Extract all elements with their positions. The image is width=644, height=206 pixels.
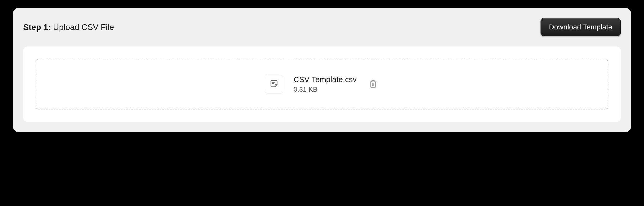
trash-icon — [369, 80, 377, 89]
file-dropzone[interactable]: CSV Template.csv 0.31 KB — [36, 59, 608, 109]
upload-card: Step 1: Upload CSV File Download Templat… — [13, 8, 631, 132]
upload-area: CSV Template.csv 0.31 KB — [23, 46, 621, 122]
step-number: Step 1: — [23, 22, 51, 32]
file-note-icon — [270, 80, 278, 89]
uploaded-file-row: CSV Template.csv 0.31 KB — [265, 75, 380, 93]
file-name: CSV Template.csv — [294, 75, 357, 84]
card-header: Step 1: Upload CSV File Download Templat… — [23, 18, 621, 36]
step-title: Step 1: Upload CSV File — [23, 22, 114, 32]
step-description: Upload CSV File — [53, 22, 114, 32]
file-size: 0.31 KB — [294, 85, 357, 93]
file-icon-container — [265, 75, 283, 93]
download-template-button[interactable]: Download Template — [541, 18, 621, 36]
file-info: CSV Template.csv 0.31 KB — [294, 75, 357, 93]
delete-file-button[interactable] — [367, 78, 379, 91]
